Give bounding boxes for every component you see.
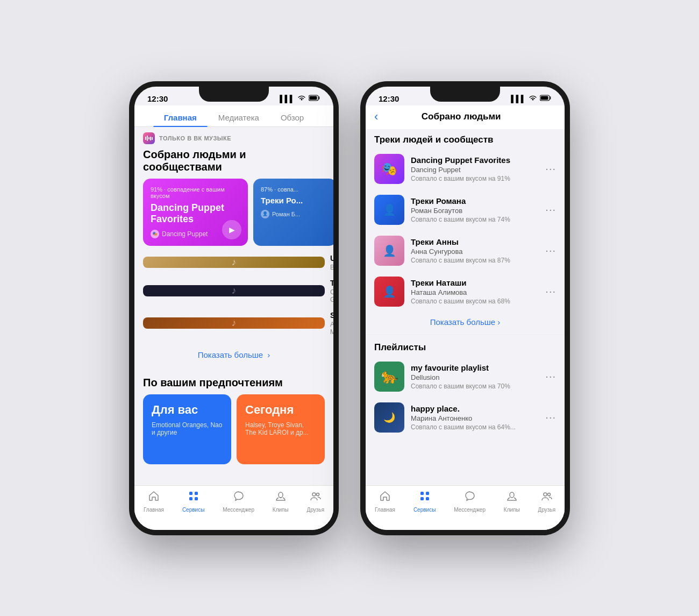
status-time-2: 12:30 xyxy=(379,94,399,103)
vk-music-icon xyxy=(143,132,155,144)
nav-messenger-icon xyxy=(233,490,245,505)
track-thumb-softly: ♪ xyxy=(143,317,325,329)
nav-clips[interactable]: Клипы xyxy=(273,490,289,513)
section1-title: Собрано людьми и сообществами xyxy=(134,146,333,179)
p2-section1-title: Треки людей и сообществ xyxy=(366,129,565,148)
track-artist-telepath: Conan Gray xyxy=(330,288,333,303)
nav2-home-icon xyxy=(379,490,391,505)
track-artist-softly: Amber Mark xyxy=(330,321,333,336)
wifi-icon xyxy=(297,95,306,103)
nav2-clips-icon xyxy=(506,490,518,505)
p2-track-dancing-puppet[interactable]: 🎭 Dancing Puppet Favorites Dancing Puppe… xyxy=(366,148,565,189)
p2-match-4: Совпало с вашим вкусом на 68% xyxy=(411,298,539,305)
signal-icon: ▌▌▌ xyxy=(280,95,295,103)
card-purple[interactable]: 91% · совпадение с вашим вкусом Dancing … xyxy=(143,179,248,246)
p2-track-roman[interactable]: 👤 Треки Романа Роман Богаутов Совпало с … xyxy=(366,189,565,230)
nav2-messenger-label: Мессенджер xyxy=(454,507,486,513)
nav2-clips-label: Клипы xyxy=(504,507,520,513)
p2-artist-6: Марина Антоненко xyxy=(411,414,539,422)
nav2-home-label: Главная xyxy=(375,507,395,513)
nav-services[interactable]: Сервисы xyxy=(182,490,204,513)
track-name-softly: Softly xyxy=(330,311,333,320)
tab-home[interactable]: Главная xyxy=(153,109,208,126)
p2-section2-title: Плейлисты xyxy=(366,337,565,356)
nav2-services-icon xyxy=(419,490,431,505)
nav2-clips[interactable]: Клипы xyxy=(504,490,520,513)
card-blue[interactable]: 87% · совпа... Треки Ро... 👤 Роман Б... xyxy=(253,179,333,246)
p2-track-anna[interactable]: 👤 Треки Анны Анна Сунгурова Совпало с ва… xyxy=(366,230,565,271)
nav-home[interactable]: Главная xyxy=(144,490,164,513)
p2-menu-5[interactable]: ··· xyxy=(545,370,556,383)
track-info-telepath: Telepath Conan Gray xyxy=(330,279,333,303)
p2-menu-3[interactable]: ··· xyxy=(545,244,556,257)
show-more-1[interactable]: Показать больше › xyxy=(134,344,333,366)
card2-title: Треки Ро... xyxy=(261,196,329,206)
show-more-arrow: › xyxy=(265,350,270,359)
p2-info-fav: my favourite playlist Dellusion Совпало … xyxy=(411,363,539,390)
nav2-friends-label: Друзья xyxy=(538,507,555,513)
p2-name-5: my favourite playlist xyxy=(411,363,539,372)
battery-icon xyxy=(309,95,320,103)
svg-rect-10 xyxy=(541,96,548,100)
nav-home-icon xyxy=(148,490,160,505)
nav2-friends[interactable]: Друзья xyxy=(538,490,555,513)
p2-track-natasha[interactable]: 👤 Треки Наташи Наташа Алимова Совпало с … xyxy=(366,271,565,312)
battery-icon-2 xyxy=(540,95,552,103)
card1-avatar: 🎭 xyxy=(151,230,159,238)
svg-point-6 xyxy=(279,492,283,498)
p2-scroll: Треки людей и сообществ 🎭 Dancing Puppet… xyxy=(366,129,565,489)
p2-menu-6[interactable]: ··· xyxy=(545,411,556,423)
p2-playlist-happy[interactable]: 🌙 happy place. Марина Антоненко Совпало … xyxy=(366,397,565,438)
tab-library[interactable]: Медиатека xyxy=(208,109,270,126)
nav-clips-label: Клипы xyxy=(273,507,289,513)
nav2-messenger[interactable]: Мессенджер xyxy=(454,490,486,513)
p2-menu-1[interactable]: ··· xyxy=(545,162,556,175)
track-name-telepath: Telepath xyxy=(330,279,333,287)
p2-thumb-anna: 👤 xyxy=(374,236,404,266)
play-button-1[interactable]: ▶ xyxy=(222,220,241,239)
track-item-underdog[interactable]: ♪ Underdog BANKS xyxy=(134,250,333,275)
svg-rect-2 xyxy=(189,492,192,495)
track-thumb-underdog: ♪ xyxy=(143,257,325,268)
nav-home-label: Главная xyxy=(144,507,164,513)
pref-card-title-2: Сегодня xyxy=(245,403,316,417)
pref-card-title-1: Для вас xyxy=(152,403,223,417)
p2-show-more[interactable]: Показать больше › xyxy=(366,312,565,332)
p2-info-roman: Треки Романа Роман Богаутов Совпало с ва… xyxy=(411,196,539,223)
signal-icon-2: ▌▌▌ xyxy=(511,95,526,103)
svg-rect-11 xyxy=(420,492,424,495)
nav-messenger[interactable]: Мессенджер xyxy=(223,490,254,513)
track-info-softly: Softly Amber Mark xyxy=(330,311,333,336)
nav2-home[interactable]: Главная xyxy=(375,490,395,513)
p2-name-6: happy place. xyxy=(411,404,539,413)
pref-card-for-you[interactable]: Для вас Emotional Oranges, Nao и другие xyxy=(143,394,231,464)
nav-clips-icon xyxy=(275,490,287,505)
p2-header: ‹ Собрано людьми xyxy=(366,105,565,129)
back-button[interactable]: ‹ xyxy=(374,110,378,124)
svg-point-7 xyxy=(312,493,316,496)
nav2-services-label: Сервисы xyxy=(413,507,436,513)
nav-friends[interactable]: Друзья xyxy=(307,490,324,513)
p2-name-3: Треки Анны xyxy=(411,237,539,246)
track-item-softly[interactable]: ♪ Softly Amber Mark xyxy=(134,307,333,339)
p2-artist-1: Dancing Puppet xyxy=(411,166,539,174)
bottom-nav-2: Главная Сервисы Мессенджер Клипы xyxy=(366,485,565,530)
tab-browse[interactable]: Обзор xyxy=(270,109,315,126)
section-divider xyxy=(134,366,333,370)
track-item-telepath[interactable]: ♪ Telepath Conan Gray xyxy=(134,275,333,307)
pref-card-today[interactable]: Сегодня Halsey, Troye Sivan, The Kid LAR… xyxy=(237,394,325,464)
wifi-icon-2 xyxy=(529,95,537,103)
status-bar-1: 12:30 ▌▌▌ xyxy=(134,87,333,105)
p2-menu-2[interactable]: ··· xyxy=(545,203,556,216)
p2-info-natasha: Треки Наташи Наташа Алимова Совпало с ва… xyxy=(411,278,539,305)
bottom-nav-1: Главная Сервисы Мессенджер Клипы xyxy=(134,485,333,530)
status-icons-2: ▌▌▌ xyxy=(511,95,552,103)
card2-percent: 87% · совпа... xyxy=(261,186,329,193)
status-icons-1: ▌▌▌ xyxy=(280,95,320,103)
p2-playlist-fav[interactable]: 🐆 my favourite playlist Dellusion Совпал… xyxy=(366,356,565,397)
p2-menu-4[interactable]: ··· xyxy=(545,285,556,298)
p2-name-4: Треки Наташи xyxy=(411,278,539,287)
p2-thumb-roman: 👤 xyxy=(374,195,404,225)
nav2-services[interactable]: Сервисы xyxy=(413,490,436,513)
phone-2: 12:30 ▌▌▌ ‹ Собрано людьми Треки людей и… xyxy=(360,81,570,535)
